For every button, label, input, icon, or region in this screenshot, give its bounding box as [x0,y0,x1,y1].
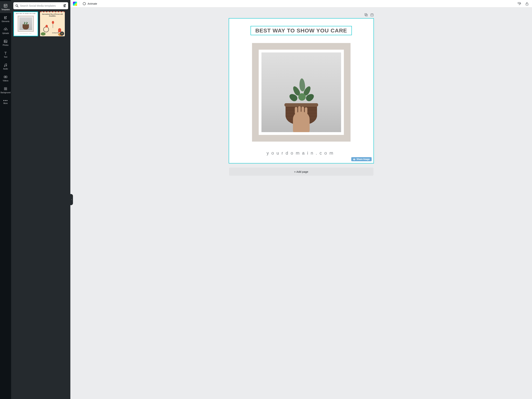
thumb-photo [19,17,33,31]
page-actions [229,13,374,17]
context-toolbar: Animate [70,0,532,7]
lock-icon [525,2,529,6]
photo-image[interactable] [261,52,341,132]
photo-mat [259,50,344,135]
domain-text[interactable]: yourdomain.com [267,150,336,156]
copy-style-button[interactable] [516,1,522,6]
duplicate-page-button[interactable] [364,13,367,17]
svg-rect-5 [4,40,7,43]
rail-label: Uploads [2,32,9,34]
svg-rect-20 [526,4,528,5]
animate-button[interactable]: Animate [82,2,97,6]
rail-background[interactable]: Background [0,84,11,96]
search-icon [15,4,19,7]
animate-icon [82,2,86,6]
add-page-label: + Add page [294,170,308,173]
rail-templates[interactable]: Templates [0,1,11,13]
rail-label: Elements [2,20,9,22]
sliders-icon [63,4,66,7]
chevron-left-icon: ‹ [71,199,72,200]
rail-label: Photos [3,44,8,46]
svg-rect-22 [366,14,367,16]
headline-text-box[interactable]: BEST WAY TO SHOW YOU CARE [251,26,352,35]
template-thumb-2[interactable]: International Day of Persons with Disabi… [40,12,65,36]
rail-label: Audio [3,68,8,70]
filter-button[interactable] [63,4,66,8]
share-image-button[interactable]: Share Image [351,157,371,161]
premium-badge: ♛ [60,32,64,36]
rail-more[interactable]: ••• More [0,96,11,108]
balloon-icon [52,21,54,24]
rail-text[interactable]: Text [0,49,11,60]
rail-label: Background [0,91,10,94]
duplicate-icon [364,13,367,16]
photos-icon [4,39,8,43]
uploads-icon [4,27,8,32]
search-bar [13,2,68,9]
wheelchair-icon [43,27,49,32]
rail-elements[interactable]: Elements [0,13,11,25]
rail-audio[interactable]: Audio [0,60,11,72]
elements-icon [4,16,8,20]
export-icon [370,13,374,16]
add-page-button[interactable]: + Add page [229,167,374,176]
animate-label: Animate [88,2,97,5]
search-input[interactable] [20,4,62,7]
thumb-title: International Day of Persons with Disabi… [40,12,65,17]
divider [80,2,80,6]
export-page-button[interactable] [370,13,374,17]
blob-icon [41,32,45,36]
rail-videos[interactable]: Videos [0,72,11,84]
template-thumbs: BEST WAY TO SHOW YOU CARE yourdomain.com… [13,12,68,36]
audio-icon [4,63,8,67]
hand-illustration [293,112,310,132]
plant-icon [23,24,29,29]
svg-point-10 [16,5,18,6]
svg-point-8 [6,65,7,66]
template-thumb-1[interactable]: BEST WAY TO SHOW YOU CARE yourdomain.com [13,12,38,36]
lock-button[interactable] [524,1,529,6]
background-icon [4,87,8,91]
rail-photos[interactable]: Photos [0,37,11,49]
left-rail: Templates Elements Uploads Photos Text A… [0,0,11,399]
main-area: Animate BEST WAY TO SHOW YOU CARE [70,0,532,399]
templates-icon [4,4,8,8]
more-icon: ••• [3,100,8,102]
rail-uploads[interactable]: Uploads [0,25,11,37]
svg-rect-4 [4,18,6,19]
crown-icon: ♛ [61,32,63,35]
plant-illustration [283,78,320,106]
photo-frame[interactable] [252,43,350,142]
thumb-domain: yourdomain.com [13,32,38,34]
paint-roller-icon [517,2,521,6]
svg-line-11 [17,6,18,7]
rail-label: More [4,102,8,104]
svg-rect-21 [365,13,367,15]
svg-point-3 [4,17,5,18]
svg-rect-0 [4,4,7,7]
svg-point-7 [4,66,5,66]
svg-rect-19 [518,2,520,4]
rail-label: Text [4,56,7,58]
rail-label: Templates [1,8,10,11]
text-icon [4,51,8,55]
share-label: Share Image [356,158,370,161]
templates-panel: BEST WAY TO SHOW YOU CARE yourdomain.com… [11,0,70,399]
thumb-frame [18,16,34,32]
videos-icon [4,75,8,79]
color-picker-button[interactable] [73,2,77,6]
design-canvas[interactable]: BEST WAY TO SHOW YOU CARE yourdomain.com [229,19,374,163]
panel-collapse-button[interactable]: ‹ [70,194,73,205]
workspace[interactable]: BEST WAY TO SHOW YOU CARE yourdomain.com [70,7,532,399]
person-icon [58,28,61,32]
thumb-title: BEST WAY TO SHOW YOU CARE [13,12,38,15]
layers-icon [353,158,355,160]
headline-text: BEST WAY TO SHOW YOU CARE [255,27,347,34]
thumb-handle: @reallygreatsite [52,32,59,33]
rail-label: Videos [3,80,8,82]
